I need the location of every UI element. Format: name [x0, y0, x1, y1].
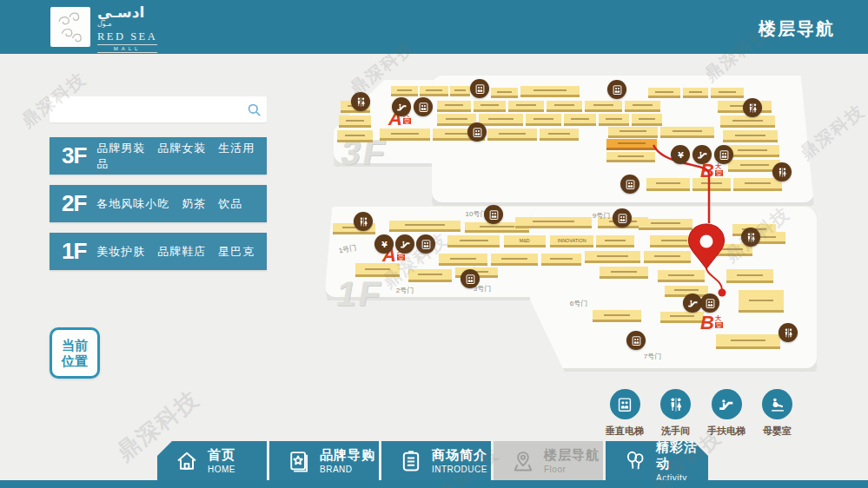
store-block[interactable]	[596, 235, 634, 247]
store-block[interactable]	[739, 290, 784, 313]
store-block[interactable]	[439, 254, 487, 266]
search-icon[interactable]	[241, 96, 267, 122]
store-block[interactable]	[339, 115, 371, 128]
restroom-icon	[354, 212, 373, 231]
logo-wordmark: ادسـي مـول RED SEA MALL	[97, 5, 157, 53]
store-block[interactable]	[726, 269, 773, 283]
nav-label-en: HOME	[208, 465, 235, 474]
store-block[interactable]	[648, 88, 680, 98]
nav-item-activity[interactable]: 精彩活动Activity	[606, 441, 708, 480]
store-block[interactable]	[564, 114, 596, 126]
floor-button-1f[interactable]: 1F美妆护肤 品牌鞋店 星巴克	[50, 233, 267, 270]
escalator-icon	[683, 293, 702, 313]
nav-item-home[interactable]: 首页HOME	[157, 441, 267, 480]
store-block[interactable]	[487, 129, 537, 141]
legend-label: 洗手间	[661, 425, 690, 438]
money-icon: ¥	[374, 234, 394, 254]
store-block[interactable]	[585, 251, 640, 263]
floor-button-3f[interactable]: 3F品牌男装 品牌女装 生活用品	[50, 137, 267, 175]
store-block[interactable]	[716, 334, 780, 349]
store-block[interactable]	[541, 254, 581, 266]
zone-suffix-bottom: 堂	[715, 322, 723, 328]
store-block[interactable]	[447, 235, 500, 247]
store-block[interactable]	[644, 251, 691, 263]
search-input[interactable]	[50, 96, 241, 122]
store-block[interactable]	[646, 178, 690, 191]
store-block[interactable]	[606, 152, 655, 162]
store-block[interactable]	[606, 139, 657, 150]
zone-label-b-3f: B大堂	[700, 162, 723, 181]
elevator-icon	[610, 389, 640, 419]
store-block[interactable]	[639, 219, 692, 230]
store-block[interactable]	[450, 86, 470, 96]
store-block[interactable]	[625, 101, 660, 112]
store-block[interactable]: M&D	[504, 235, 546, 247]
store-block[interactable]	[520, 86, 580, 97]
store-block[interactable]	[683, 88, 708, 98]
store-block[interactable]	[508, 101, 544, 112]
store-block[interactable]	[660, 312, 704, 323]
store-block[interactable]: INNOVATION	[550, 235, 593, 247]
restroom-icon	[779, 323, 798, 342]
nav-item-brand[interactable]: 品牌导购BRAND	[269, 441, 379, 480]
elevator-icon	[620, 175, 639, 194]
store-block[interactable]	[437, 101, 471, 112]
legend-label: 垂直电梯	[606, 425, 644, 438]
store-block[interactable]	[723, 130, 778, 142]
store-block[interactable]	[540, 129, 579, 141]
store-block[interactable]	[585, 101, 622, 112]
zone-letter: B	[700, 162, 714, 181]
gate-label: 6号门	[570, 299, 587, 308]
current-location-line1: 当前	[62, 338, 88, 353]
store-block[interactable]	[608, 127, 658, 138]
logo-mall-text: MALL	[97, 44, 157, 53]
baby-icon	[762, 389, 792, 419]
store-block[interactable]	[389, 221, 461, 232]
svg-text:¥: ¥	[678, 149, 684, 159]
store-block[interactable]	[515, 217, 592, 228]
store-block[interactable]	[632, 114, 662, 126]
zone-suffix-bottom: 堂	[715, 170, 723, 176]
store-block[interactable]	[474, 101, 506, 112]
store-block[interactable]	[420, 86, 448, 96]
store-block[interactable]	[733, 178, 782, 191]
store-block[interactable]	[600, 267, 648, 279]
elevator-icon	[613, 208, 632, 228]
floor-categories: 品牌男装 品牌女装 生活用品	[96, 141, 267, 172]
store-block[interactable]	[491, 254, 538, 266]
store-block[interactable]	[337, 130, 373, 142]
restroom-icon	[660, 389, 691, 419]
store-label: M&D	[520, 238, 530, 242]
store-block[interactable]	[720, 115, 775, 128]
store-block[interactable]	[380, 129, 430, 141]
floor-number: 3F	[62, 142, 86, 169]
store-block[interactable]	[547, 101, 582, 112]
legend-label: 母婴室	[763, 425, 792, 438]
store-block[interactable]	[660, 127, 714, 138]
current-location-button[interactable]: 当前 位置	[50, 327, 100, 379]
store-block[interactable]	[526, 114, 561, 126]
store-block[interactable]	[658, 270, 705, 282]
store-block[interactable]	[479, 114, 523, 126]
store-block[interactable]	[711, 88, 744, 98]
store-block[interactable]	[491, 88, 518, 98]
store-block[interactable]	[726, 145, 779, 157]
zone-suffix-top: 大	[715, 315, 723, 321]
store-block[interactable]	[599, 114, 629, 126]
floor-button-2f[interactable]: 2F各地风味小吃 奶茶 饮品	[50, 185, 267, 222]
gate-label: 7号门	[644, 352, 661, 361]
nav-item-floor[interactable]: 楼层导航Floor	[494, 441, 603, 480]
legend-item-restroom: 洗手间	[650, 389, 702, 438]
elevator-icon	[700, 293, 719, 313]
floor-categories: 各地风味小吃 奶茶 饮品	[96, 196, 242, 212]
escalator-icon	[395, 234, 414, 254]
nav-item-introduce[interactable]: 商场简介INTRODUCE	[381, 441, 491, 480]
store-block[interactable]	[391, 86, 418, 96]
store-block[interactable]	[593, 310, 641, 322]
floor-number: 2F	[62, 190, 86, 217]
logo-name: RED SEA	[97, 31, 157, 43]
elevator-icon	[484, 205, 503, 224]
store-block[interactable]	[650, 235, 699, 247]
store-block[interactable]	[408, 269, 452, 282]
store-label: INNOVATION	[558, 238, 586, 242]
